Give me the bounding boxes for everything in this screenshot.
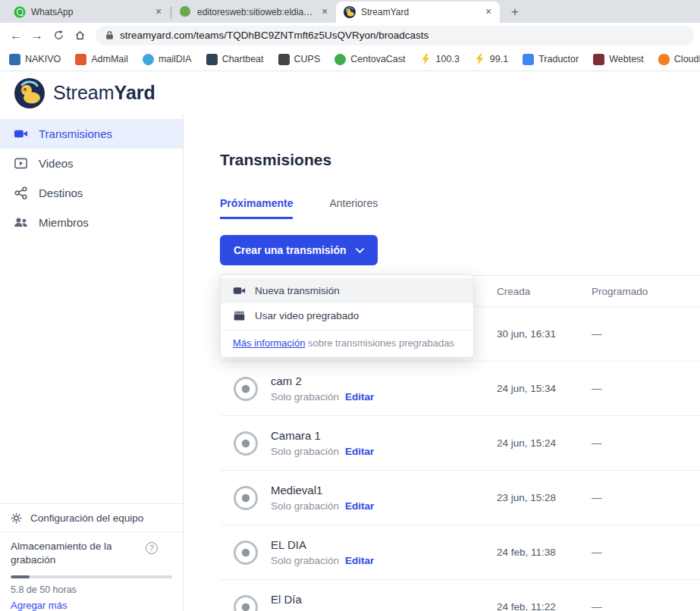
broadcast-subtitle: Solo grabación	[271, 391, 339, 403]
nakivo-icon	[9, 54, 20, 65]
edit-link[interactable]: Editar	[345, 500, 374, 512]
menu-item-label: Usar video pregrabado	[255, 310, 359, 321]
sidebar-spacer	[0, 237, 183, 503]
members-icon	[14, 215, 28, 230]
bookmark-cloudflare[interactable]: CloudFlare	[658, 54, 700, 65]
create-broadcast-label: Crear una transmisión	[234, 244, 347, 256]
table-row[interactable]: El Día 24 feb, 11:22 —	[220, 579, 700, 611]
brand-text: StreamYard	[53, 82, 155, 104]
bookmarks-bar: NAKIVO AdmMail mailDIA Chartbeat CUPS Ce…	[0, 48, 700, 71]
tab-title: WhatsApp	[31, 7, 147, 17]
bookmark-maildia[interactable]: mailDIA	[143, 54, 192, 65]
broadcast-scheduled: —	[592, 437, 700, 449]
add-more-link[interactable]: Agregar más	[11, 600, 67, 611]
broadcast-created: 24 jun, 15:34	[497, 383, 592, 394]
sidebar-item-team-settings[interactable]: Configuración del equipo	[0, 503, 183, 532]
video-camera-icon	[14, 127, 28, 141]
menu-item-video-pregrabado[interactable]: Usar video pregrabado	[221, 303, 473, 328]
broadcast-created: 24 feb, 11:38	[497, 547, 592, 558]
sidebar-item-videos[interactable]: Videos	[0, 149, 183, 178]
bookmark-chartbeat[interactable]: Chartbeat	[206, 54, 264, 65]
help-icon[interactable]: ?	[146, 542, 158, 554]
tab-anteriores[interactable]: Anteriores	[329, 197, 378, 219]
browser-tab-streamyard[interactable]: StreamYard ×	[336, 2, 500, 23]
create-broadcast-button[interactable]: Crear una transmisión	[220, 235, 378, 265]
browser-tab-whatsapp[interactable]: WhatsApp ×	[6, 2, 170, 23]
tab-proximamente[interactable]: Próximamente	[220, 197, 293, 219]
broadcast-scheduled: —	[592, 547, 700, 558]
back-button[interactable]: ←	[6, 26, 26, 45]
column-header-creada: Creada	[497, 286, 592, 297]
menu-item-nueva-transmision[interactable]: Nueva transmisión	[221, 278, 473, 303]
reload-button[interactable]	[49, 26, 68, 45]
browser-toolbar: ← → streamyard.com/teams/TQDhBC9ZNTmft6z…	[0, 23, 700, 48]
broadcast-subtitle: Solo grabación	[271, 500, 339, 512]
bookmark-nakivo[interactable]: NAKIVO	[9, 54, 61, 65]
storage-progress-fill	[11, 575, 30, 578]
bookmark-traductor[interactable]: Traductor	[523, 54, 579, 65]
table-row[interactable]: Medieval1 Solo grabaciónEditar 23 jun, 1…	[220, 470, 700, 525]
bookmark-label: Chartbeat	[222, 54, 264, 64]
cups-icon	[278, 54, 290, 65]
browser-tab-strip: WhatsApp × editoresweb:sitioweb:eldia.co…	[0, 0, 700, 23]
bookmark-admmail[interactable]: AdmMail	[75, 54, 128, 65]
bookmark-100-3[interactable]: 100.3	[420, 54, 460, 65]
broadcast-tabs: Próximamente Anteriores	[220, 197, 700, 219]
broadcast-subtitle: Solo grabación	[271, 446, 339, 457]
sidebar-item-destinos[interactable]: Destinos	[0, 178, 183, 208]
streamyard-logo[interactable]: StreamYard	[14, 78, 155, 108]
address-bar[interactable]: streamyard.com/teams/TQDhBC9ZNTmft6z5UsQ…	[96, 26, 694, 45]
broadcast-subtitle: Solo grabación	[271, 555, 339, 566]
mas-informacion-link[interactable]: Más información	[233, 337, 305, 349]
play-video-icon	[14, 156, 28, 171]
tab-close-icon[interactable]: ×	[319, 6, 331, 18]
bookmark-webtest[interactable]: Webtest	[593, 54, 644, 65]
table-row[interactable]: EL DIA Solo grabaciónEditar 24 feb, 11:3…	[220, 525, 700, 579]
column-header-programado: Programado	[592, 286, 700, 297]
forward-button[interactable]: →	[27, 26, 47, 45]
table-row[interactable]: Camara 1 Solo grabaciónEditar 24 jun, 15…	[220, 415, 700, 470]
sidebar-item-miembros[interactable]: Miembros	[0, 208, 183, 237]
storage-title: Almacenamiento de la grabación	[11, 540, 146, 567]
centovacast-icon	[334, 54, 346, 65]
streamyard-duck-icon	[14, 78, 45, 108]
broadcast-scheduled: —	[592, 601, 700, 611]
bookmark-99-1[interactable]: 99.1	[474, 54, 508, 65]
record-icon	[232, 539, 259, 566]
video-camera-icon	[233, 284, 246, 297]
table-row[interactable]: cam 2 Solo grabaciónEditar 24 jun, 15:34…	[220, 361, 700, 415]
bookmark-centovacast[interactable]: CentovaCast	[334, 54, 405, 65]
clapperboard-icon	[233, 309, 246, 322]
chevron-down-icon	[356, 248, 364, 253]
broadcast-created: 24 feb, 11:22	[497, 601, 592, 611]
translate-icon	[523, 54, 534, 65]
share-icon	[14, 186, 28, 200]
broadcast-title: cam 2	[271, 374, 374, 387]
broadcast-title: Medieval1	[271, 484, 374, 497]
lightning-icon	[474, 54, 485, 65]
bookmark-label: CentovaCast	[350, 54, 405, 64]
record-icon	[232, 484, 259, 512]
storage-progress-bar	[11, 575, 172, 578]
new-tab-button[interactable]: +	[506, 3, 524, 21]
sidebar-item-label: Transmisiones	[39, 127, 112, 140]
sidebar-item-label: Miembros	[39, 216, 89, 229]
browser-tab-eldia[interactable]: editoresweb:sitioweb:eldia.co ×	[172, 2, 336, 23]
cloud-icon	[658, 54, 670, 65]
edit-link[interactable]: Editar	[345, 446, 374, 457]
broadcast-scheduled: —	[592, 492, 700, 503]
tab-title: editoresweb:sitioweb:eldia.co	[197, 7, 313, 17]
sidebar-item-transmisiones[interactable]: Transmisiones	[0, 119, 183, 149]
edit-link[interactable]: Editar	[345, 555, 374, 566]
webtest-icon	[593, 54, 604, 65]
sidebar-nav: Transmisiones Videos Destinos Miembros	[0, 114, 183, 237]
edit-link[interactable]: Editar	[345, 391, 374, 403]
storage-panel: Almacenamiento de la grabación ? 5.8 de …	[0, 532, 183, 611]
home-button[interactable]	[70, 26, 89, 45]
broadcast-title: Camara 1	[271, 429, 374, 442]
tab-close-icon[interactable]: ×	[152, 6, 165, 18]
tab-close-icon[interactable]: ×	[482, 6, 494, 18]
broadcast-title: El Día	[271, 593, 302, 606]
bookmark-label: mailDIA	[159, 54, 192, 64]
bookmark-cups[interactable]: CUPS	[278, 54, 321, 65]
